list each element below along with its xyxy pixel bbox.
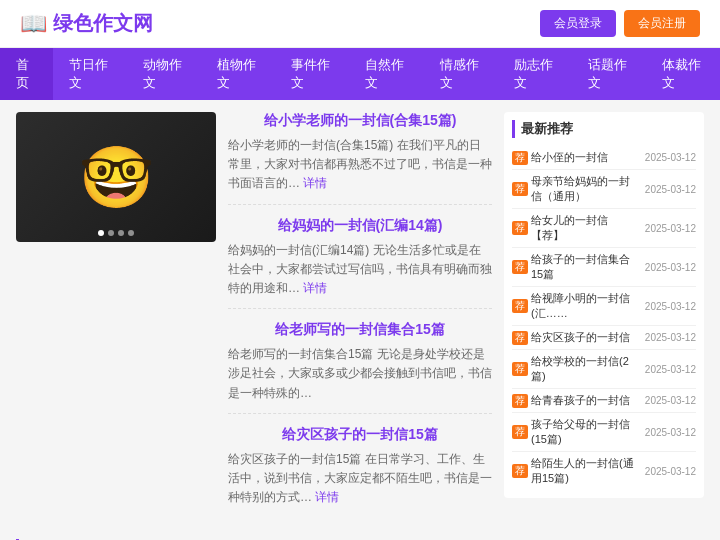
- nav-item-inspire[interactable]: 励志作文: [498, 48, 572, 100]
- nav-item-holiday[interactable]: 节日作文: [53, 48, 127, 100]
- article-desc-2: 给妈妈的一封信(汇编14篇) 无论生活多忙或是在社会中，大家都尝试过写信吗，书信…: [228, 241, 492, 299]
- list-item: 荐 母亲节给妈妈的一封信（通用） 2025-03-12: [512, 170, 696, 209]
- tag-badge: 荐: [512, 151, 528, 165]
- latest-link-1[interactable]: 给小侄的一封信: [531, 150, 639, 165]
- main-nav: 首页 节日作文 动物作文 植物作文 事件作文 自然作文 情感作文 励志作文 话题…: [0, 48, 720, 100]
- header-buttons: 会员登录 会员注册: [540, 10, 700, 37]
- latest-link-4[interactable]: 给孩子的一封信集合15篇: [531, 252, 639, 282]
- latest-link-8[interactable]: 给青春孩子的一封信: [531, 393, 639, 408]
- date-2: 2025-03-12: [645, 184, 696, 195]
- dot-2[interactable]: [108, 230, 114, 236]
- latest-link-3[interactable]: 给女儿的一封信【荐】: [531, 213, 639, 243]
- article-more-1[interactable]: 详情: [303, 176, 327, 190]
- main-content: 🤓 给小学老师的一封信(合集15篇) 给小学老师的一封信(合集15篇) 在我们平…: [0, 100, 720, 540]
- banner-dots: [98, 230, 134, 236]
- latest-list: 荐 给小侄的一封信 2025-03-12 荐 母亲节给妈妈的一封信（通用） 20…: [512, 146, 696, 490]
- list-item: 荐 给视障小明的一封信(汇…… 2025-03-12: [512, 287, 696, 326]
- list-item: 荐 给小侄的一封信 2025-03-12: [512, 146, 696, 170]
- list-item: 荐 给校学校的一封信(2篇) 2025-03-12: [512, 350, 696, 389]
- dot-1[interactable]: [98, 230, 104, 236]
- tag-badge: 荐: [512, 394, 528, 408]
- nav-item-genre[interactable]: 体裁作文: [646, 48, 720, 100]
- tag-badge: 荐: [512, 221, 528, 235]
- nav-item-event[interactable]: 事件作文: [275, 48, 349, 100]
- date-10: 2025-03-12: [645, 466, 696, 477]
- article-title-1[interactable]: 给小学老师的一封信(合集15篇): [228, 112, 492, 130]
- banner-character: 🤓: [79, 142, 154, 213]
- header: 📖 绿色作文网 会员登录 会员注册: [0, 0, 720, 48]
- logo: 📖 绿色作文网: [20, 10, 153, 37]
- login-button[interactable]: 会员登录: [540, 10, 616, 37]
- nav-item-topic[interactable]: 话题作文: [572, 48, 646, 100]
- tag-badge: 荐: [512, 425, 528, 439]
- nav-item-emotion[interactable]: 情感作文: [424, 48, 498, 100]
- list-item: 荐 给女儿的一封信【荐】 2025-03-12: [512, 209, 696, 248]
- tag-badge: 荐: [512, 299, 528, 313]
- article-desc-4: 给灾区孩子的一封信15篇 在日常学习、工作、生活中，说到书信，大家应定都不陌生吧…: [228, 450, 492, 508]
- article-card-4: 给灾区孩子的一封信15篇 给灾区孩子的一封信15篇 在日常学习、工作、生活中，说…: [228, 426, 492, 518]
- nav-item-animal[interactable]: 动物作文: [127, 48, 201, 100]
- tag-badge: 荐: [512, 260, 528, 274]
- nav-item-home[interactable]: 首页: [0, 48, 53, 100]
- right-column: 最新推荐 荐 给小侄的一封信 2025-03-12 荐 母亲节给妈妈的一封信（通…: [504, 112, 704, 540]
- date-1: 2025-03-12: [645, 152, 696, 163]
- tag-badge: 荐: [512, 362, 528, 376]
- latest-recommendations: 最新推荐 荐 给小侄的一封信 2025-03-12 荐 母亲节给妈妈的一封信（通…: [504, 112, 704, 498]
- latest-title: 最新推荐: [512, 120, 696, 138]
- latest-link-6[interactable]: 给灾区孩子的一封信: [531, 330, 639, 345]
- date-7: 2025-03-12: [645, 364, 696, 375]
- tag-badge: 荐: [512, 331, 528, 345]
- dot-4[interactable]: [128, 230, 134, 236]
- articles-list: 给小学老师的一封信(合集15篇) 给小学老师的一封信(合集15篇) 在我们平凡的…: [228, 112, 492, 529]
- article-title-2[interactable]: 给妈妈的一封信(汇编14篇): [228, 217, 492, 235]
- date-4: 2025-03-12: [645, 262, 696, 273]
- latest-link-9[interactable]: 孩子给父母的一封信(15篇): [531, 417, 639, 447]
- article-card-2: 给妈妈的一封信(汇编14篇) 给妈妈的一封信(汇编14篇) 无论生活多忙或是在社…: [228, 217, 492, 310]
- latest-link-5[interactable]: 给视障小明的一封信(汇……: [531, 291, 639, 321]
- nav-item-plant[interactable]: 植物作文: [201, 48, 275, 100]
- article-desc-1: 给小学老师的一封信(合集15篇) 在我们平凡的日常里，大家对书信都再熟悉不过了吧…: [228, 136, 492, 194]
- date-8: 2025-03-12: [645, 395, 696, 406]
- tag-badge: 荐: [512, 182, 528, 196]
- list-item: 荐 给青春孩子的一封信 2025-03-12: [512, 389, 696, 413]
- article-more-2[interactable]: 详情: [303, 281, 327, 295]
- dot-3[interactable]: [118, 230, 124, 236]
- content-top: 🤓 给小学老师的一封信(合集15篇) 给小学老师的一封信(合集15篇) 在我们平…: [16, 112, 492, 529]
- list-item: 荐 孩子给父母的一封信(15篇) 2025-03-12: [512, 413, 696, 452]
- date-9: 2025-03-12: [645, 427, 696, 438]
- logo-text: 绿色作文网: [53, 10, 153, 37]
- article-title-4[interactable]: 给灾区孩子的一封信15篇: [228, 426, 492, 444]
- article-more-4[interactable]: 详情: [315, 490, 339, 504]
- list-item: 荐 给孩子的一封信集合15篇 2025-03-12: [512, 248, 696, 287]
- latest-link-7[interactable]: 给校学校的一封信(2篇): [531, 354, 639, 384]
- article-desc-3: 给老师写的一封信集合15篇 无论是身处学校还是涉足社会，大家或多或少都会接触到书…: [228, 345, 492, 403]
- article-card-3: 给老师写的一封信集合15篇 给老师写的一封信集合15篇 无论是身处学校还是涉足社…: [228, 321, 492, 414]
- date-6: 2025-03-12: [645, 332, 696, 343]
- latest-link-10[interactable]: 给陌生人的一封信(通用15篇): [531, 456, 639, 486]
- date-3: 2025-03-12: [645, 223, 696, 234]
- register-button[interactable]: 会员注册: [624, 10, 700, 37]
- banner-image: 🤓: [16, 112, 216, 242]
- list-item: 荐 给灾区孩子的一封信 2025-03-12: [512, 326, 696, 350]
- article-card-1: 给小学老师的一封信(合集15篇) 给小学老师的一封信(合集15篇) 在我们平凡的…: [228, 112, 492, 205]
- article-title-3[interactable]: 给老师写的一封信集合15篇: [228, 321, 492, 339]
- tag-badge: 荐: [512, 464, 528, 478]
- latest-link-2[interactable]: 母亲节给妈妈的一封信（通用）: [531, 174, 639, 204]
- nav-item-nature[interactable]: 自然作文: [349, 48, 423, 100]
- list-item: 荐 给陌生人的一封信(通用15篇) 2025-03-12: [512, 452, 696, 490]
- date-5: 2025-03-12: [645, 301, 696, 312]
- banner-slider[interactable]: 🤓: [16, 112, 216, 242]
- center-column: 🤓 给小学老师的一封信(合集15篇) 给小学老师的一封信(合集15篇) 在我们平…: [16, 112, 492, 540]
- logo-icon: 📖: [20, 11, 47, 37]
